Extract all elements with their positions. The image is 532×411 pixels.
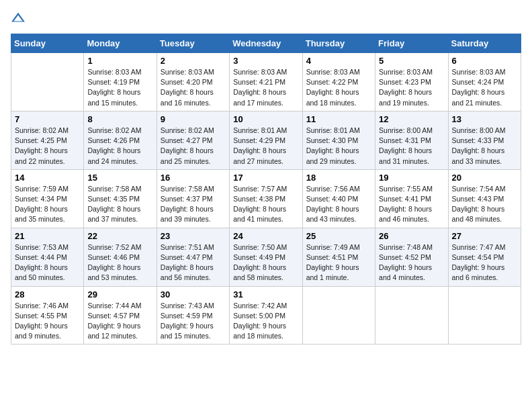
- calendar-week-row: 1Sunrise: 8:03 AMSunset: 4:19 PMDaylight…: [11, 53, 521, 111]
- calendar-cell: 24Sunrise: 7:50 AMSunset: 4:49 PMDayligh…: [230, 228, 302, 286]
- calendar-cell: [11, 53, 84, 111]
- day-info: Sunrise: 7:47 AMSunset: 4:54 PMDaylight:…: [452, 242, 517, 283]
- day-number: 12: [379, 114, 444, 124]
- day-number: 3: [233, 56, 298, 66]
- day-info: Sunrise: 8:03 AMSunset: 4:22 PMDaylight:…: [306, 67, 371, 108]
- day-number: 31: [233, 289, 298, 300]
- weekday-header-thursday: Thursday: [302, 34, 375, 53]
- day-number: 23: [161, 231, 226, 241]
- page-header: [11, 11, 521, 26]
- day-number: 5: [379, 56, 444, 66]
- calendar-cell: 17Sunrise: 7:57 AMSunset: 4:38 PMDayligh…: [230, 169, 302, 228]
- day-info: Sunrise: 7:55 AMSunset: 4:41 PMDaylight:…: [379, 184, 444, 225]
- day-number: 7: [15, 114, 80, 124]
- day-number: 11: [306, 114, 371, 124]
- day-number: 21: [15, 231, 80, 241]
- calendar-cell: 25Sunrise: 7:49 AMSunset: 4:51 PMDayligh…: [302, 228, 375, 286]
- weekday-header-sunday: Sunday: [11, 34, 84, 53]
- day-number: 4: [306, 56, 371, 66]
- calendar-week-row: 28Sunrise: 7:46 AMSunset: 4:55 PMDayligh…: [11, 286, 521, 345]
- calendar-week-row: 21Sunrise: 7:53 AMSunset: 4:44 PMDayligh…: [11, 228, 521, 286]
- day-info: Sunrise: 8:02 AMSunset: 4:26 PMDaylight:…: [87, 126, 152, 167]
- calendar-cell: 22Sunrise: 7:52 AMSunset: 4:46 PMDayligh…: [84, 228, 157, 286]
- day-number: 24: [233, 231, 298, 241]
- day-number: 13: [452, 114, 517, 124]
- day-number: 1: [87, 56, 152, 66]
- day-info: Sunrise: 7:43 AMSunset: 4:59 PMDaylight:…: [161, 301, 226, 342]
- day-info: Sunrise: 8:03 AMSunset: 4:19 PMDaylight:…: [87, 67, 152, 108]
- day-info: Sunrise: 8:03 AMSunset: 4:20 PMDaylight:…: [161, 67, 226, 108]
- day-info: Sunrise: 7:58 AMSunset: 4:37 PMDaylight:…: [161, 184, 226, 225]
- day-info: Sunrise: 7:57 AMSunset: 4:38 PMDaylight:…: [233, 184, 298, 225]
- calendar-cell: 31Sunrise: 7:42 AMSunset: 5:00 PMDayligh…: [230, 286, 302, 345]
- day-number: 10: [233, 114, 298, 124]
- calendar-cell: 21Sunrise: 7:53 AMSunset: 4:44 PMDayligh…: [11, 228, 84, 286]
- calendar-cell: [302, 286, 375, 345]
- calendar-cell: 1Sunrise: 8:03 AMSunset: 4:19 PMDaylight…: [84, 53, 157, 111]
- calendar-cell: 28Sunrise: 7:46 AMSunset: 4:55 PMDayligh…: [11, 286, 84, 345]
- calendar-table: SundayMondayTuesdayWednesdayThursdayFrid…: [11, 34, 521, 345]
- day-info: Sunrise: 8:00 AMSunset: 4:33 PMDaylight:…: [452, 126, 517, 167]
- calendar-cell: 6Sunrise: 8:03 AMSunset: 4:24 PMDaylight…: [448, 53, 521, 111]
- calendar-cell: 5Sunrise: 8:03 AMSunset: 4:23 PMDaylight…: [375, 53, 448, 111]
- calendar-cell: 12Sunrise: 8:00 AMSunset: 4:31 PMDayligh…: [375, 111, 448, 169]
- calendar-cell: 9Sunrise: 8:02 AMSunset: 4:27 PMDaylight…: [157, 111, 229, 169]
- day-info: Sunrise: 7:44 AMSunset: 4:57 PMDaylight:…: [87, 301, 152, 342]
- calendar-cell: 4Sunrise: 8:03 AMSunset: 4:22 PMDaylight…: [302, 53, 375, 111]
- day-info: Sunrise: 8:00 AMSunset: 4:31 PMDaylight:…: [379, 126, 444, 167]
- calendar-cell: 8Sunrise: 8:02 AMSunset: 4:26 PMDaylight…: [84, 111, 157, 169]
- day-info: Sunrise: 8:01 AMSunset: 4:30 PMDaylight:…: [306, 126, 371, 167]
- calendar-cell: 23Sunrise: 7:51 AMSunset: 4:47 PMDayligh…: [157, 228, 229, 286]
- calendar-cell: 15Sunrise: 7:58 AMSunset: 4:35 PMDayligh…: [84, 169, 157, 228]
- calendar-cell: 14Sunrise: 7:59 AMSunset: 4:34 PMDayligh…: [11, 169, 84, 228]
- calendar-cell: 16Sunrise: 7:58 AMSunset: 4:37 PMDayligh…: [157, 169, 229, 228]
- day-number: 30: [161, 289, 226, 300]
- day-number: 16: [161, 173, 226, 183]
- day-info: Sunrise: 8:03 AMSunset: 4:21 PMDaylight:…: [233, 67, 298, 108]
- calendar-week-row: 7Sunrise: 8:02 AMSunset: 4:25 PMDaylight…: [11, 111, 521, 169]
- day-number: 28: [15, 289, 80, 300]
- calendar-cell: 10Sunrise: 8:01 AMSunset: 4:29 PMDayligh…: [230, 111, 302, 169]
- day-number: 9: [161, 114, 226, 124]
- day-number: 27: [452, 231, 517, 241]
- day-info: Sunrise: 7:58 AMSunset: 4:35 PMDaylight:…: [87, 184, 152, 225]
- day-info: Sunrise: 7:56 AMSunset: 4:40 PMDaylight:…: [306, 184, 371, 225]
- calendar-week-row: 14Sunrise: 7:59 AMSunset: 4:34 PMDayligh…: [11, 169, 521, 228]
- day-info: Sunrise: 8:01 AMSunset: 4:29 PMDaylight:…: [233, 126, 298, 167]
- calendar-cell: 3Sunrise: 8:03 AMSunset: 4:21 PMDaylight…: [230, 53, 302, 111]
- calendar-cell: [375, 286, 448, 345]
- day-info: Sunrise: 7:51 AMSunset: 4:47 PMDaylight:…: [161, 242, 226, 283]
- calendar-cell: 2Sunrise: 8:03 AMSunset: 4:20 PMDaylight…: [157, 53, 229, 111]
- day-info: Sunrise: 7:48 AMSunset: 4:52 PMDaylight:…: [379, 242, 444, 283]
- day-info: Sunrise: 8:02 AMSunset: 4:27 PMDaylight:…: [161, 126, 226, 167]
- day-info: Sunrise: 7:49 AMSunset: 4:51 PMDaylight:…: [306, 242, 371, 283]
- day-number: 19: [379, 173, 444, 183]
- calendar-cell: 26Sunrise: 7:48 AMSunset: 4:52 PMDayligh…: [375, 228, 448, 286]
- day-info: Sunrise: 7:42 AMSunset: 5:00 PMDaylight:…: [233, 301, 298, 342]
- day-number: 14: [15, 173, 80, 183]
- weekday-header-wednesday: Wednesday: [230, 34, 302, 53]
- day-info: Sunrise: 8:03 AMSunset: 4:24 PMDaylight:…: [452, 67, 517, 108]
- day-number: 18: [306, 173, 371, 183]
- calendar-cell: 7Sunrise: 8:02 AMSunset: 4:25 PMDaylight…: [11, 111, 84, 169]
- day-number: 17: [233, 173, 298, 183]
- weekday-header-friday: Friday: [375, 34, 448, 53]
- day-number: 22: [87, 231, 152, 241]
- weekday-header-tuesday: Tuesday: [157, 34, 229, 53]
- day-number: 2: [161, 56, 226, 66]
- day-number: 15: [87, 173, 152, 183]
- day-info: Sunrise: 7:53 AMSunset: 4:44 PMDaylight:…: [15, 242, 80, 283]
- calendar-cell: 19Sunrise: 7:55 AMSunset: 4:41 PMDayligh…: [375, 169, 448, 228]
- day-info: Sunrise: 8:02 AMSunset: 4:25 PMDaylight:…: [15, 126, 80, 167]
- day-number: 8: [87, 114, 152, 124]
- weekday-header-row: SundayMondayTuesdayWednesdayThursdayFrid…: [11, 34, 521, 53]
- calendar-cell: [448, 286, 521, 345]
- day-number: 26: [379, 231, 444, 241]
- day-info: Sunrise: 7:50 AMSunset: 4:49 PMDaylight:…: [233, 242, 298, 283]
- calendar-cell: 20Sunrise: 7:54 AMSunset: 4:43 PMDayligh…: [448, 169, 521, 228]
- calendar-cell: 18Sunrise: 7:56 AMSunset: 4:40 PMDayligh…: [302, 169, 375, 228]
- logo-icon: [11, 11, 26, 26]
- day-number: 25: [306, 231, 371, 241]
- calendar-cell: 11Sunrise: 8:01 AMSunset: 4:30 PMDayligh…: [302, 111, 375, 169]
- calendar-cell: 13Sunrise: 8:00 AMSunset: 4:33 PMDayligh…: [448, 111, 521, 169]
